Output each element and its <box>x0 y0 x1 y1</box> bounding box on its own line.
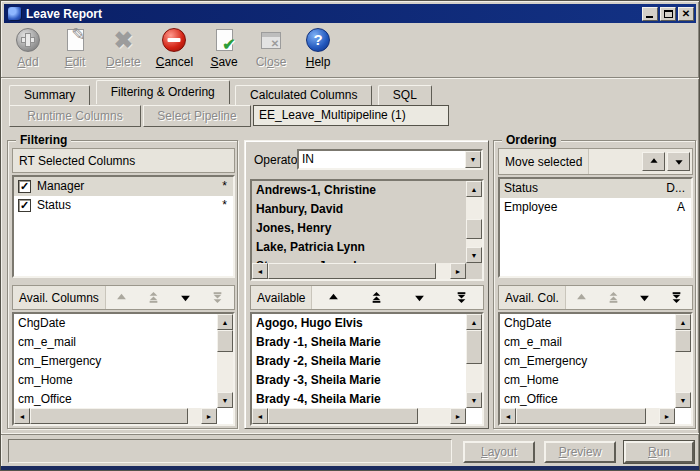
scrollbar-thumb[interactable] <box>516 408 646 424</box>
scrollbar-thumb[interactable] <box>675 330 691 352</box>
list-item[interactable]: cm_Emergency <box>500 352 675 371</box>
vertical-scrollbar[interactable]: ▲ ▼ <box>466 314 482 408</box>
scroll-right-icon[interactable]: ► <box>201 408 217 424</box>
move-up-icon[interactable] <box>327 292 340 303</box>
save-button[interactable]: ✔ Save <box>205 25 243 70</box>
scroll-right-icon[interactable]: ► <box>450 263 466 279</box>
move-bottom-icon[interactable] <box>670 292 683 303</box>
horizontal-scrollbar[interactable]: ◄ ► <box>14 408 217 424</box>
scroll-down-icon[interactable]: ▼ <box>675 392 691 408</box>
list-item[interactable]: cm_Home <box>14 371 217 390</box>
rt-selected-columns-list[interactable]: ✓Manager*✓Status* <box>12 175 235 278</box>
horizontal-scrollbar[interactable]: ◄ ► <box>252 263 466 279</box>
vertical-scrollbar[interactable]: ▲ ▼ <box>675 314 691 408</box>
move-up-icon[interactable] <box>575 292 588 303</box>
scroll-down-icon[interactable]: ▼ <box>466 392 482 408</box>
tab-summary[interactable]: Summary <box>9 85 90 105</box>
sort-order-list[interactable]: StatusD...EmployeeA <box>498 177 693 278</box>
sort-order-row[interactable]: EmployeeA <box>500 198 691 217</box>
rt-column-row[interactable]: ✓Manager* <box>14 177 233 196</box>
list-item[interactable]: Brady -3, Sheila Marie <box>252 371 466 390</box>
scroll-up-icon[interactable]: ▲ <box>217 314 233 330</box>
list-item[interactable]: Andrews-1, Christine <box>252 181 466 200</box>
scroll-left-icon[interactable]: ◄ <box>252 263 268 279</box>
run-button[interactable]: Run <box>624 441 694 463</box>
scrollbar-thumb[interactable] <box>466 330 482 364</box>
scroll-up-icon[interactable]: ▲ <box>466 314 482 330</box>
scrollbar-thumb[interactable] <box>466 219 482 239</box>
horizontal-scrollbar[interactable]: ◄ ► <box>500 408 675 424</box>
list-item[interactable]: Jones, Henry <box>252 219 466 238</box>
tab-sql[interactable]: SQL <box>378 85 432 105</box>
close-report-button[interactable]: ✕ Close <box>252 25 290 70</box>
layout-button[interactable]: Layout <box>463 441 535 463</box>
move-down-button[interactable] <box>667 152 690 171</box>
move-down-icon[interactable] <box>638 292 651 303</box>
scroll-left-icon[interactable]: ◄ <box>500 408 516 424</box>
scrollbar-thumb[interactable] <box>268 263 436 279</box>
scroll-left-icon[interactable]: ◄ <box>252 408 268 424</box>
scrollbar-thumb[interactable] <box>217 330 233 352</box>
preview-button[interactable]: Preview <box>544 441 616 463</box>
move-up-icon[interactable] <box>115 292 128 303</box>
pipeline-tab[interactable]: EE_Leave_Multipipeline (1) <box>253 105 449 126</box>
list-item[interactable]: ChgDate <box>500 314 675 333</box>
tab-calculated-columns[interactable]: Calculated Columns <box>235 85 372 105</box>
minimize-button[interactable] <box>642 7 658 21</box>
ordering-available-list[interactable]: ChgDatecm_e_mailcm_Emergencycm_Homecm_Of… <box>498 312 693 426</box>
scroll-down-icon[interactable]: ▼ <box>466 247 482 263</box>
list-item[interactable]: Brady -4, Sheila Marie <box>252 390 466 408</box>
list-item[interactable]: Agogo, Hugo Elvis <box>252 314 466 333</box>
list-item[interactable]: Brady -2, Sheila Marie <box>252 352 466 371</box>
help-button[interactable]: Help <box>299 25 337 70</box>
tab-filtering-ordering[interactable]: Filtering & Ordering <box>96 80 230 104</box>
chevron-down-icon[interactable]: ▼ <box>465 151 481 168</box>
move-bottom-icon[interactable] <box>211 292 224 303</box>
vertical-scrollbar[interactable]: ▲ ▼ <box>217 314 233 408</box>
delete-button[interactable]: ✖ Delete <box>103 25 144 70</box>
horizontal-scrollbar[interactable]: ◄ ► <box>252 408 466 424</box>
move-up-button[interactable] <box>642 152 665 171</box>
edit-button[interactable]: ✎ Edit <box>56 25 94 70</box>
cancel-button[interactable]: Cancel <box>153 25 196 70</box>
list-item[interactable]: cm_e_mail <box>14 333 217 352</box>
move-top-icon[interactable] <box>370 292 383 303</box>
move-down-icon[interactable] <box>413 292 426 303</box>
vertical-scrollbar[interactable]: ▲ ▼ <box>466 181 482 263</box>
operator-combobox[interactable]: IN ▼ <box>297 149 483 170</box>
list-item[interactable]: Hanbury, David <box>252 200 466 219</box>
scroll-down-icon[interactable]: ▼ <box>217 392 233 408</box>
add-button[interactable]: Add <box>9 25 47 70</box>
scrollbar-thumb[interactable] <box>268 408 418 424</box>
scrollbar-thumb[interactable] <box>30 408 188 424</box>
scroll-up-icon[interactable]: ▲ <box>466 181 482 197</box>
selected-values-list[interactable]: Andrews-1, ChristineHanbury, DavidJones,… <box>250 179 484 281</box>
checkbox[interactable]: ✓ <box>18 199 31 212</box>
list-item[interactable]: cm_Office <box>14 390 217 408</box>
list-item[interactable]: cm_Office <box>500 390 675 408</box>
available-values-list[interactable]: Agogo, Hugo ElvisBrady -1, Sheila MarieB… <box>250 312 484 426</box>
list-item[interactable]: cm_Home <box>500 371 675 390</box>
checkbox[interactable]: ✓ <box>18 180 31 193</box>
list-item[interactable]: cm_e_mail <box>500 333 675 352</box>
list-item[interactable]: Brady -1, Sheila Marie <box>252 333 466 352</box>
filtering-available-list[interactable]: ChgDatecm_e_mailcm_Emergencycm_Homecm_Of… <box>12 312 235 426</box>
scroll-right-icon[interactable]: ► <box>659 408 675 424</box>
scroll-right-icon[interactable]: ► <box>450 408 466 424</box>
select-pipeline-button[interactable]: Select Pipeline <box>143 105 251 127</box>
move-top-icon[interactable] <box>147 292 160 303</box>
rt-column-row[interactable]: ✓Status* <box>14 196 233 215</box>
sort-order-row[interactable]: StatusD... <box>500 179 691 198</box>
move-top-icon[interactable] <box>607 292 620 303</box>
close-button[interactable]: ✕ <box>678 7 694 21</box>
maximize-button[interactable] <box>660 7 676 21</box>
runtime-columns-button[interactable]: Runtime Columns <box>9 105 141 127</box>
scroll-up-icon[interactable]: ▲ <box>675 314 691 330</box>
move-bottom-icon[interactable] <box>455 292 468 303</box>
title-bar[interactable]: Leave Report ✕ <box>4 4 696 23</box>
list-item[interactable]: Lake, Patricia Lynn <box>252 238 466 257</box>
scroll-left-icon[interactable]: ◄ <box>14 408 30 424</box>
list-item[interactable]: cm_Emergency <box>14 352 217 371</box>
list-item[interactable]: ChgDate <box>14 314 217 333</box>
move-down-icon[interactable] <box>179 292 192 303</box>
